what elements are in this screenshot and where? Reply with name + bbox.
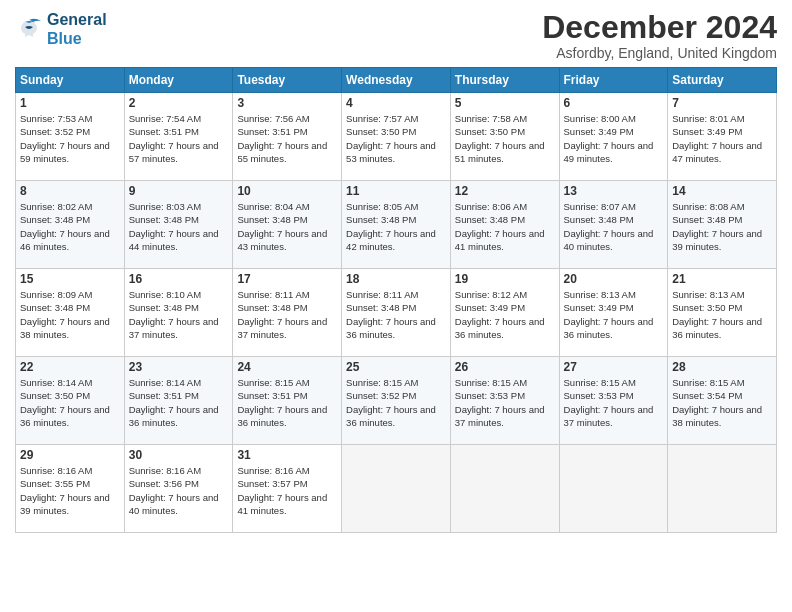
header: General Blue December 2024 Asfordby, Eng…: [15, 10, 777, 61]
day-number: 24: [237, 360, 337, 374]
table-row: 19 Sunrise: 8:12 AM Sunset: 3:49 PM Dayl…: [450, 269, 559, 357]
daylight-label: Daylight: 7 hours and 46 minutes.: [20, 228, 110, 252]
day-number: 14: [672, 184, 772, 198]
day-info: Sunrise: 8:09 AM Sunset: 3:48 PM Dayligh…: [20, 288, 120, 341]
sunset-label: Sunset: 3:53 PM: [564, 390, 634, 401]
sunrise-label: Sunrise: 8:15 AM: [237, 377, 309, 388]
daylight-label: Daylight: 7 hours and 36 minutes.: [346, 404, 436, 428]
day-number: 20: [564, 272, 664, 286]
sunset-label: Sunset: 3:49 PM: [455, 302, 525, 313]
daylight-label: Daylight: 7 hours and 39 minutes.: [20, 492, 110, 516]
page: General Blue December 2024 Asfordby, Eng…: [0, 0, 792, 612]
day-number: 28: [672, 360, 772, 374]
day-number: 6: [564, 96, 664, 110]
table-row: 11 Sunrise: 8:05 AM Sunset: 3:48 PM Dayl…: [342, 181, 451, 269]
day-info: Sunrise: 8:06 AM Sunset: 3:48 PM Dayligh…: [455, 200, 555, 253]
day-info: Sunrise: 8:14 AM Sunset: 3:51 PM Dayligh…: [129, 376, 229, 429]
day-info: Sunrise: 8:08 AM Sunset: 3:48 PM Dayligh…: [672, 200, 772, 253]
daylight-label: Daylight: 7 hours and 36 minutes.: [564, 316, 654, 340]
daylight-label: Daylight: 7 hours and 36 minutes.: [455, 316, 545, 340]
day-info: Sunrise: 8:01 AM Sunset: 3:49 PM Dayligh…: [672, 112, 772, 165]
sunset-label: Sunset: 3:48 PM: [346, 214, 416, 225]
day-info: Sunrise: 7:57 AM Sunset: 3:50 PM Dayligh…: [346, 112, 446, 165]
sunset-label: Sunset: 3:55 PM: [20, 478, 90, 489]
sunset-label: Sunset: 3:48 PM: [129, 302, 199, 313]
day-number: 3: [237, 96, 337, 110]
table-row: 24 Sunrise: 8:15 AM Sunset: 3:51 PM Dayl…: [233, 357, 342, 445]
sunrise-label: Sunrise: 8:09 AM: [20, 289, 92, 300]
sunrise-label: Sunrise: 8:13 AM: [672, 289, 744, 300]
title-area: December 2024 Asfordby, England, United …: [542, 10, 777, 61]
table-row: 26 Sunrise: 8:15 AM Sunset: 3:53 PM Dayl…: [450, 357, 559, 445]
sunset-label: Sunset: 3:49 PM: [672, 126, 742, 137]
sunrise-label: Sunrise: 7:53 AM: [20, 113, 92, 124]
daylight-label: Daylight: 7 hours and 39 minutes.: [672, 228, 762, 252]
table-row: 20 Sunrise: 8:13 AM Sunset: 3:49 PM Dayl…: [559, 269, 668, 357]
table-row: 12 Sunrise: 8:06 AM Sunset: 3:48 PM Dayl…: [450, 181, 559, 269]
day-info: Sunrise: 8:15 AM Sunset: 3:52 PM Dayligh…: [346, 376, 446, 429]
sunrise-label: Sunrise: 7:54 AM: [129, 113, 201, 124]
day-number: 17: [237, 272, 337, 286]
table-row: 31 Sunrise: 8:16 AM Sunset: 3:57 PM Dayl…: [233, 445, 342, 533]
sunrise-label: Sunrise: 8:06 AM: [455, 201, 527, 212]
day-number: 30: [129, 448, 229, 462]
table-row: 2 Sunrise: 7:54 AM Sunset: 3:51 PM Dayli…: [124, 93, 233, 181]
sunset-label: Sunset: 3:50 PM: [672, 302, 742, 313]
sunrise-label: Sunrise: 8:14 AM: [129, 377, 201, 388]
table-row: [559, 445, 668, 533]
sunrise-label: Sunrise: 8:14 AM: [20, 377, 92, 388]
col-saturday: Saturday: [668, 68, 777, 93]
sunrise-label: Sunrise: 8:02 AM: [20, 201, 92, 212]
table-row: 8 Sunrise: 8:02 AM Sunset: 3:48 PM Dayli…: [16, 181, 125, 269]
table-row: 1 Sunrise: 7:53 AM Sunset: 3:52 PM Dayli…: [16, 93, 125, 181]
sunset-label: Sunset: 3:51 PM: [237, 126, 307, 137]
sunset-label: Sunset: 3:48 PM: [20, 214, 90, 225]
day-info: Sunrise: 8:15 AM Sunset: 3:51 PM Dayligh…: [237, 376, 337, 429]
daylight-label: Daylight: 7 hours and 59 minutes.: [20, 140, 110, 164]
sunset-label: Sunset: 3:48 PM: [346, 302, 416, 313]
table-row: 14 Sunrise: 8:08 AM Sunset: 3:48 PM Dayl…: [668, 181, 777, 269]
day-info: Sunrise: 8:07 AM Sunset: 3:48 PM Dayligh…: [564, 200, 664, 253]
sunrise-label: Sunrise: 7:58 AM: [455, 113, 527, 124]
col-wednesday: Wednesday: [342, 68, 451, 93]
day-number: 23: [129, 360, 229, 374]
sunset-label: Sunset: 3:57 PM: [237, 478, 307, 489]
day-number: 27: [564, 360, 664, 374]
sunset-label: Sunset: 3:50 PM: [346, 126, 416, 137]
daylight-label: Daylight: 7 hours and 37 minutes.: [129, 316, 219, 340]
sunset-label: Sunset: 3:48 PM: [564, 214, 634, 225]
sunset-label: Sunset: 3:56 PM: [129, 478, 199, 489]
sunrise-label: Sunrise: 8:16 AM: [20, 465, 92, 476]
day-info: Sunrise: 8:16 AM Sunset: 3:55 PM Dayligh…: [20, 464, 120, 517]
sunrise-label: Sunrise: 8:05 AM: [346, 201, 418, 212]
logo-icon: [15, 15, 43, 43]
sunrise-label: Sunrise: 8:16 AM: [237, 465, 309, 476]
daylight-label: Daylight: 7 hours and 40 minutes.: [564, 228, 654, 252]
calendar-table: Sunday Monday Tuesday Wednesday Thursday…: [15, 67, 777, 533]
day-number: 21: [672, 272, 772, 286]
sunrise-label: Sunrise: 8:15 AM: [672, 377, 744, 388]
daylight-label: Daylight: 7 hours and 55 minutes.: [237, 140, 327, 164]
daylight-label: Daylight: 7 hours and 51 minutes.: [455, 140, 545, 164]
day-number: 5: [455, 96, 555, 110]
day-number: 19: [455, 272, 555, 286]
day-number: 29: [20, 448, 120, 462]
daylight-label: Daylight: 7 hours and 36 minutes.: [237, 404, 327, 428]
table-row: 10 Sunrise: 8:04 AM Sunset: 3:48 PM Dayl…: [233, 181, 342, 269]
daylight-label: Daylight: 7 hours and 42 minutes.: [346, 228, 436, 252]
sunset-label: Sunset: 3:52 PM: [346, 390, 416, 401]
day-info: Sunrise: 7:54 AM Sunset: 3:51 PM Dayligh…: [129, 112, 229, 165]
daylight-label: Daylight: 7 hours and 36 minutes.: [129, 404, 219, 428]
day-info: Sunrise: 8:16 AM Sunset: 3:57 PM Dayligh…: [237, 464, 337, 517]
daylight-label: Daylight: 7 hours and 47 minutes.: [672, 140, 762, 164]
day-info: Sunrise: 8:11 AM Sunset: 3:48 PM Dayligh…: [237, 288, 337, 341]
table-row: 27 Sunrise: 8:15 AM Sunset: 3:53 PM Dayl…: [559, 357, 668, 445]
table-row: 4 Sunrise: 7:57 AM Sunset: 3:50 PM Dayli…: [342, 93, 451, 181]
daylight-label: Daylight: 7 hours and 41 minutes.: [455, 228, 545, 252]
sunrise-label: Sunrise: 8:03 AM: [129, 201, 201, 212]
sunrise-label: Sunrise: 7:56 AM: [237, 113, 309, 124]
table-row: [450, 445, 559, 533]
day-info: Sunrise: 8:10 AM Sunset: 3:48 PM Dayligh…: [129, 288, 229, 341]
sunrise-label: Sunrise: 8:08 AM: [672, 201, 744, 212]
sunset-label: Sunset: 3:48 PM: [129, 214, 199, 225]
